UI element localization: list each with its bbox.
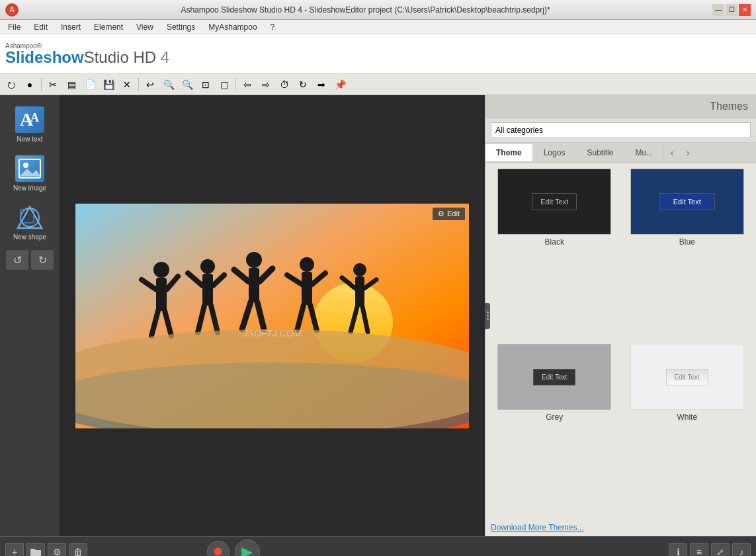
brand-hd4: 4	[161, 48, 169, 66]
new-image-button[interactable]: New image	[5, 149, 55, 196]
timeline-controls: + ⚙ 🗑 ⏺ ▶ ℹ ≡ ⤢ ♪	[0, 536, 756, 556]
themes-grid: Edit Text Black Edit Text Blue Edit Text…	[485, 163, 756, 519]
main-area: A A New text New image	[0, 95, 756, 536]
minimize-button[interactable]: —	[712, 4, 724, 16]
menubar: File Edit Insert Element View Settings M…	[0, 20, 756, 34]
svg-marker-4	[19, 169, 40, 177]
theme-item-black[interactable]: Edit Text Black	[491, 169, 618, 338]
svg-point-28	[300, 257, 314, 272]
tb-undo[interactable]: ↩	[142, 76, 159, 93]
tb-new[interactable]: ⭮	[3, 76, 20, 93]
tab-scroll-right[interactable]: ›	[680, 143, 696, 163]
window-title: Ashampoo Slideshow Studio HD 4 - Slidesh…	[19, 5, 712, 15]
new-shape-button[interactable]: New shape	[5, 198, 55, 245]
tb-cut[interactable]: ✂	[44, 76, 62, 93]
tl-layers-button[interactable]: ≡	[690, 543, 708, 557]
themes-tabs: Theme Logos Subtitle Mu... ‹ ›	[485, 143, 756, 163]
shape-icon-inner	[15, 204, 44, 231]
theme-text-grey: Edit Text	[533, 369, 575, 385]
tl-info-button[interactable]: ℹ	[669, 543, 687, 557]
maximize-button[interactable]: ☐	[726, 4, 737, 16]
tb-copy[interactable]: ▤	[63, 76, 80, 93]
titlebar: A Ashampoo Slideshow Studio HD 4 - Slide…	[0, 0, 756, 20]
tb-zoom-rect[interactable]: ▢	[216, 76, 233, 93]
brand-slide: Slideshow	[5, 48, 84, 66]
tb-delete[interactable]: ✕	[118, 76, 136, 93]
tl-add-button[interactable]: +	[5, 543, 24, 557]
svg-rect-23	[249, 268, 259, 302]
theme-item-white[interactable]: Edit Text White	[624, 344, 751, 514]
tb-save[interactable]: 📄	[81, 76, 99, 93]
download-themes-link[interactable]: Download More Themes...	[485, 519, 756, 536]
menu-element[interactable]: Element	[89, 21, 128, 33]
tab-scroll-left[interactable]: ‹	[664, 143, 680, 163]
tb-next[interactable]: ⇨	[257, 76, 274, 93]
toolbar: ⭮ ● ✂ ▤ 📄 💾 ✕ ↩ 🔍 🔍 ⊡ ▢ ⇦ ⇨ ⏱ ↻ ➡ 📌	[0, 74, 756, 95]
brand: Ashampoo® SlideshowStudio HD 4	[5, 42, 169, 65]
canvas[interactable]: JSOFTJ.COM ⚙ Edit	[75, 204, 469, 428]
rotate-row: ↺ ↻	[6, 250, 54, 270]
menu-insert[interactable]: Insert	[56, 21, 86, 33]
tb-sep3	[235, 78, 236, 91]
tb-zoom-in[interactable]: 🔍	[179, 76, 196, 93]
tl-folder-button[interactable]	[26, 543, 45, 557]
menu-myashampoo[interactable]: MyAshampoo	[203, 21, 262, 33]
text-icon-inner: A A	[15, 106, 44, 133]
menu-file[interactable]: File	[3, 21, 26, 33]
brand-studio: Studio HD	[84, 48, 161, 66]
img-icon-inner	[15, 155, 44, 182]
theme-label-grey: Grey	[546, 413, 563, 422]
tab-theme[interactable]: Theme	[485, 144, 533, 161]
tb-save2[interactable]: 💾	[100, 76, 117, 93]
tb-pin[interactable]: 📌	[331, 76, 349, 93]
window-buttons: — ☐ ✕	[712, 4, 751, 16]
svg-point-3	[23, 163, 28, 168]
menu-help[interactable]: ?	[265, 21, 280, 33]
tb-sep2	[138, 78, 139, 91]
tl-record-button[interactable]: ⏺	[207, 541, 230, 557]
theme-label-black: Black	[545, 237, 564, 247]
menu-view[interactable]: View	[131, 21, 159, 33]
close-button[interactable]: ✕	[739, 4, 751, 16]
tl-play-button[interactable]: ▶	[235, 539, 260, 557]
canvas-image	[75, 204, 469, 428]
rotate-left-button[interactable]: ↺	[6, 250, 28, 270]
menu-settings[interactable]: Settings	[161, 21, 200, 33]
theme-label-white: White	[677, 413, 697, 422]
tl-music-button[interactable]: ♪	[732, 543, 751, 557]
themes-filter-area: All categories	[485, 118, 756, 143]
rotate-right-button[interactable]: ↻	[31, 250, 54, 270]
new-image-icon	[13, 153, 46, 183]
tb-rotate[interactable]: ↻	[294, 76, 312, 93]
edit-button[interactable]: ⚙ Edit	[433, 208, 465, 220]
tb-zoom-fit[interactable]: ⊡	[197, 76, 214, 93]
themes-category-select[interactable]: All categories	[491, 122, 751, 138]
tl-settings-button[interactable]: ⚙	[48, 543, 66, 557]
brand-title: SlideshowStudio HD 4	[5, 50, 169, 65]
tb-export[interactable]: ➡	[313, 76, 330, 93]
new-text-button[interactable]: A A New text	[5, 100, 55, 147]
tab-music[interactable]: Mu...	[624, 144, 664, 161]
tb-zoom-out[interactable]: 🔍	[160, 76, 177, 93]
tl-delete-button[interactable]: 🗑	[69, 543, 87, 557]
themes-panel: Themes All categories Theme Logos Subtit…	[485, 95, 756, 536]
new-text-label: New text	[17, 136, 43, 143]
tab-subtitle[interactable]: Subtitle	[576, 144, 624, 161]
new-shape-icon	[13, 202, 46, 232]
tab-logos[interactable]: Logos	[533, 144, 577, 161]
panel-resize-handle[interactable]	[485, 303, 490, 329]
theme-item-grey[interactable]: Edit Text Grey	[491, 344, 618, 514]
tl-expand-button[interactable]: ⤢	[711, 543, 730, 557]
theme-item-blue[interactable]: Edit Text Blue	[624, 169, 751, 338]
tb-timer[interactable]: ⏱	[276, 76, 293, 93]
tb-prev[interactable]: ⇦	[239, 76, 256, 93]
menu-edit[interactable]: Edit	[28, 21, 53, 33]
svg-point-34	[353, 263, 366, 276]
new-text-icon: A A	[13, 104, 46, 134]
svg-rect-11	[156, 278, 167, 311]
app-logo: A	[5, 3, 19, 17]
theme-preview-white: Edit Text	[630, 344, 744, 410]
tb-open[interactable]: ●	[21, 76, 38, 93]
theme-text-blue: Edit Text	[659, 193, 715, 210]
svg-point-10	[153, 262, 169, 278]
